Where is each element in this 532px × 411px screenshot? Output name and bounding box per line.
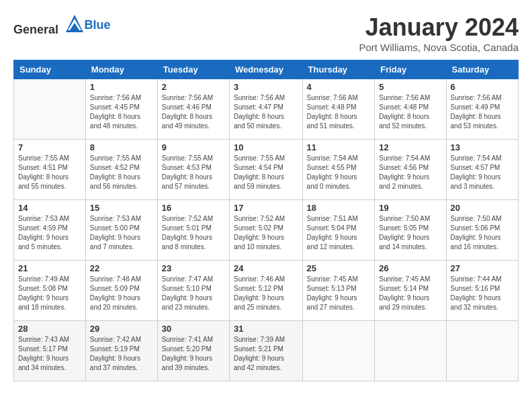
calendar-cell: 12Sunrise: 7:54 AMSunset: 4:56 PMDayligh… [375, 140, 446, 200]
day-number: 19 [379, 203, 441, 213]
calendar-cell: 14Sunrise: 7:53 AMSunset: 4:59 PMDayligh… [14, 200, 86, 261]
calendar-cell: 15Sunrise: 7:53 AMSunset: 5:00 PMDayligh… [85, 200, 157, 261]
calendar-cell [302, 321, 375, 381]
calendar-cell: 1Sunrise: 7:56 AMSunset: 4:45 PMDaylight… [85, 79, 157, 140]
day-number: 13 [451, 142, 514, 152]
logo-icon [64, 13, 85, 34]
day-number: 7 [18, 142, 81, 152]
month-title: January 2024 [359, 13, 519, 42]
calendar-cell: 16Sunrise: 7:52 AMSunset: 5:01 PMDayligh… [157, 200, 229, 261]
calendar-cell [446, 321, 518, 381]
day-info: Sunrise: 7:41 AMSunset: 5:20 PMDaylight:… [162, 335, 225, 373]
day-number: 15 [90, 203, 153, 213]
calendar-cell: 25Sunrise: 7:45 AMSunset: 5:13 PMDayligh… [302, 261, 375, 321]
day-header-friday: Friday [375, 60, 446, 79]
calendar-cell: 19Sunrise: 7:50 AMSunset: 5:05 PMDayligh… [375, 200, 446, 261]
calendar-cell: 11Sunrise: 7:54 AMSunset: 4:55 PMDayligh… [302, 140, 375, 200]
day-info: Sunrise: 7:39 AMSunset: 5:21 PMDaylight:… [234, 335, 298, 373]
day-info: Sunrise: 7:51 AMSunset: 5:04 PMDaylight:… [307, 214, 371, 252]
calendar-cell: 9Sunrise: 7:55 AMSunset: 4:53 PMDaylight… [157, 140, 229, 200]
day-number: 14 [18, 203, 81, 213]
calendar-cell: 3Sunrise: 7:56 AMSunset: 4:47 PMDaylight… [230, 79, 303, 140]
day-header-saturday: Saturday [446, 60, 518, 79]
day-number: 6 [451, 82, 514, 92]
day-number: 27 [451, 263, 514, 273]
day-number: 10 [234, 142, 298, 152]
day-info: Sunrise: 7:56 AMSunset: 4:46 PMDaylight:… [162, 93, 225, 131]
day-info: Sunrise: 7:48 AMSunset: 5:09 PMDaylight:… [90, 275, 153, 312]
day-header-thursday: Thursday [302, 60, 375, 79]
day-number: 29 [90, 324, 153, 334]
day-info: Sunrise: 7:46 AMSunset: 5:12 PMDaylight:… [234, 275, 298, 312]
calendar-cell: 24Sunrise: 7:46 AMSunset: 5:12 PMDayligh… [230, 261, 303, 321]
day-number: 9 [162, 142, 225, 152]
day-number: 17 [234, 203, 298, 213]
logo: General Blue [13, 13, 111, 37]
location-title: Port Williams, Nova Scotia, Canada [359, 42, 519, 53]
day-number: 20 [451, 203, 514, 213]
day-info: Sunrise: 7:45 AMSunset: 5:14 PMDaylight:… [379, 275, 441, 312]
day-number: 3 [234, 82, 298, 92]
day-info: Sunrise: 7:56 AMSunset: 4:49 PMDaylight:… [451, 93, 514, 131]
calendar-cell: 8Sunrise: 7:55 AMSunset: 4:52 PMDaylight… [85, 140, 157, 200]
day-header-monday: Monday [85, 60, 157, 79]
calendar-cell: 23Sunrise: 7:47 AMSunset: 5:10 PMDayligh… [157, 261, 229, 321]
calendar-cell: 5Sunrise: 7:56 AMSunset: 4:48 PMDaylight… [375, 79, 446, 140]
day-info: Sunrise: 7:52 AMSunset: 5:01 PMDaylight:… [162, 214, 225, 252]
day-info: Sunrise: 7:56 AMSunset: 4:45 PMDaylight:… [90, 93, 153, 131]
day-number: 12 [379, 142, 441, 152]
calendar-cell: 29Sunrise: 7:42 AMSunset: 5:19 PMDayligh… [85, 321, 157, 381]
day-number: 5 [379, 82, 441, 92]
calendar-cell: 22Sunrise: 7:48 AMSunset: 5:09 PMDayligh… [85, 261, 157, 321]
calendar-cell: 7Sunrise: 7:55 AMSunset: 4:51 PMDaylight… [14, 140, 86, 200]
day-number: 23 [162, 263, 225, 273]
day-info: Sunrise: 7:44 AMSunset: 5:16 PMDaylight:… [451, 275, 514, 312]
calendar-cell: 2Sunrise: 7:56 AMSunset: 4:46 PMDaylight… [157, 79, 229, 140]
day-info: Sunrise: 7:45 AMSunset: 5:13 PMDaylight:… [307, 275, 371, 312]
calendar-cell [14, 79, 86, 140]
day-number: 26 [379, 263, 441, 273]
day-number: 21 [18, 263, 81, 273]
calendar-cell: 21Sunrise: 7:49 AMSunset: 5:08 PMDayligh… [14, 261, 86, 321]
calendar-cell: 27Sunrise: 7:44 AMSunset: 5:16 PMDayligh… [446, 261, 518, 321]
calendar-cell: 26Sunrise: 7:45 AMSunset: 5:14 PMDayligh… [375, 261, 446, 321]
calendar-cell: 31Sunrise: 7:39 AMSunset: 5:21 PMDayligh… [230, 321, 303, 381]
day-info: Sunrise: 7:47 AMSunset: 5:10 PMDaylight:… [162, 275, 225, 312]
day-number: 28 [18, 324, 81, 334]
day-info: Sunrise: 7:53 AMSunset: 5:00 PMDaylight:… [90, 214, 153, 252]
day-info: Sunrise: 7:54 AMSunset: 4:55 PMDaylight:… [307, 154, 371, 191]
day-number: 22 [90, 263, 153, 273]
calendar-cell: 17Sunrise: 7:52 AMSunset: 5:02 PMDayligh… [230, 200, 303, 261]
day-info: Sunrise: 7:55 AMSunset: 4:54 PMDaylight:… [234, 154, 298, 191]
day-info: Sunrise: 7:50 AMSunset: 5:05 PMDaylight:… [379, 214, 441, 252]
day-number: 24 [234, 263, 298, 273]
calendar-cell: 30Sunrise: 7:41 AMSunset: 5:20 PMDayligh… [157, 321, 229, 381]
day-info: Sunrise: 7:55 AMSunset: 4:53 PMDaylight:… [162, 154, 225, 191]
logo-general: General [13, 23, 58, 36]
calendar-cell: 20Sunrise: 7:50 AMSunset: 5:06 PMDayligh… [446, 200, 518, 261]
day-number: 16 [162, 203, 225, 213]
day-info: Sunrise: 7:50 AMSunset: 5:06 PMDaylight:… [451, 214, 514, 252]
calendar-cell: 10Sunrise: 7:55 AMSunset: 4:54 PMDayligh… [230, 140, 303, 200]
calendar-cell [375, 321, 446, 381]
calendar-cell: 6Sunrise: 7:56 AMSunset: 4:49 PMDaylight… [446, 79, 518, 140]
day-number: 1 [90, 82, 153, 92]
calendar-cell: 28Sunrise: 7:43 AMSunset: 5:17 PMDayligh… [14, 321, 86, 381]
calendar-cell: 18Sunrise: 7:51 AMSunset: 5:04 PMDayligh… [302, 200, 375, 261]
day-info: Sunrise: 7:54 AMSunset: 4:56 PMDaylight:… [379, 154, 441, 191]
day-info: Sunrise: 7:56 AMSunset: 4:48 PMDaylight:… [379, 93, 441, 131]
day-number: 11 [307, 142, 371, 152]
day-info: Sunrise: 7:52 AMSunset: 5:02 PMDaylight:… [234, 214, 298, 252]
day-info: Sunrise: 7:55 AMSunset: 4:51 PMDaylight:… [18, 154, 81, 191]
day-info: Sunrise: 7:53 AMSunset: 4:59 PMDaylight:… [18, 214, 81, 252]
calendar-cell: 4Sunrise: 7:56 AMSunset: 4:48 PMDaylight… [302, 79, 375, 140]
day-number: 4 [307, 82, 371, 92]
day-info: Sunrise: 7:56 AMSunset: 4:47 PMDaylight:… [234, 93, 298, 131]
day-info: Sunrise: 7:42 AMSunset: 5:19 PMDaylight:… [90, 335, 153, 373]
day-header-tuesday: Tuesday [157, 60, 229, 79]
calendar-cell: 13Sunrise: 7:54 AMSunset: 4:57 PMDayligh… [446, 140, 518, 200]
logo-blue: Blue [85, 18, 111, 32]
day-info: Sunrise: 7:43 AMSunset: 5:17 PMDaylight:… [18, 335, 81, 373]
day-number: 18 [307, 203, 371, 213]
title-area: January 2024 Port Williams, Nova Scotia,… [359, 13, 519, 53]
